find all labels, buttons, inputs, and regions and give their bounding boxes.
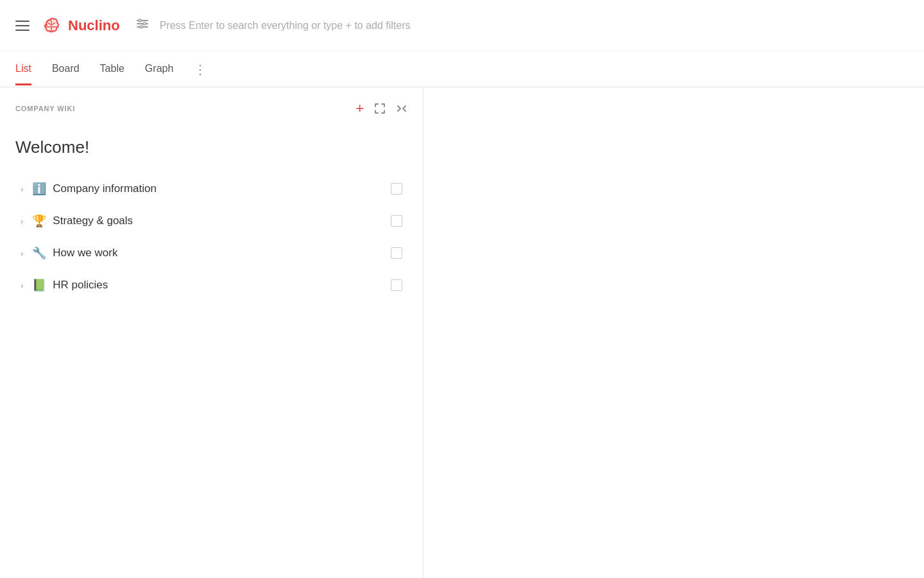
tab-board[interactable]: Board bbox=[52, 54, 80, 85]
sidebar-title: COMPANY WIKI bbox=[15, 105, 75, 112]
item-label: Strategy & goals bbox=[53, 215, 133, 227]
sidebar-header: COMPANY WIKI + bbox=[0, 87, 423, 127]
list-item[interactable]: › ℹ️ Company information bbox=[5, 173, 418, 205]
tab-list[interactable]: List bbox=[15, 54, 31, 85]
sidebar: COMPANY WIKI + bbox=[0, 87, 424, 578]
sidebar-actions: + bbox=[355, 100, 407, 117]
item-checkbox[interactable] bbox=[391, 279, 402, 291]
svg-point-6 bbox=[140, 26, 142, 28]
brain-icon bbox=[40, 14, 63, 37]
item-emoji: 📗 bbox=[32, 278, 46, 292]
item-label: Company information bbox=[53, 182, 157, 195]
main-area: COMPANY WIKI + bbox=[0, 87, 924, 578]
chevron-right-icon: › bbox=[21, 184, 23, 194]
chevron-right-icon: › bbox=[21, 281, 23, 290]
item-emoji: ℹ️ bbox=[32, 182, 46, 196]
item-checkbox[interactable] bbox=[391, 215, 402, 227]
logo[interactable]: Nuclino bbox=[40, 14, 120, 37]
welcome-heading: Welcome! bbox=[0, 127, 423, 173]
list-item[interactable]: › 🔧 How we work bbox=[5, 237, 418, 269]
item-label: How we work bbox=[53, 247, 117, 259]
filter-icon[interactable] bbox=[135, 17, 150, 34]
tab-graph[interactable]: Graph bbox=[145, 54, 173, 85]
svg-point-5 bbox=[143, 22, 146, 25]
list-item[interactable]: › 📗 HR policies bbox=[5, 269, 418, 301]
collapse-icon[interactable] bbox=[396, 103, 407, 114]
item-emoji: 🔧 bbox=[32, 246, 46, 260]
item-checkbox[interactable] bbox=[391, 183, 402, 195]
item-checkbox[interactable] bbox=[391, 247, 402, 259]
expand-icon[interactable] bbox=[374, 103, 386, 114]
logo-text: Nuclino bbox=[68, 17, 120, 34]
item-emoji: 🏆 bbox=[32, 214, 46, 228]
add-item-button[interactable]: + bbox=[355, 100, 364, 117]
search-bar[interactable]: Press Enter to search everything or type… bbox=[160, 15, 909, 37]
more-tabs-icon[interactable]: ⋮ bbox=[194, 53, 207, 86]
svg-point-4 bbox=[139, 19, 141, 22]
tabs-bar: List Board Table Graph ⋮ bbox=[0, 51, 924, 87]
list-item[interactable]: › 🏆 Strategy & goals bbox=[5, 205, 418, 237]
item-label: HR policies bbox=[53, 279, 108, 292]
hamburger-menu-button[interactable] bbox=[15, 21, 30, 31]
tab-table[interactable]: Table bbox=[100, 54, 124, 85]
header: Nuclino Press Enter to search everything… bbox=[0, 0, 924, 51]
chevron-right-icon: › bbox=[21, 216, 23, 226]
chevron-right-icon: › bbox=[21, 249, 23, 258]
